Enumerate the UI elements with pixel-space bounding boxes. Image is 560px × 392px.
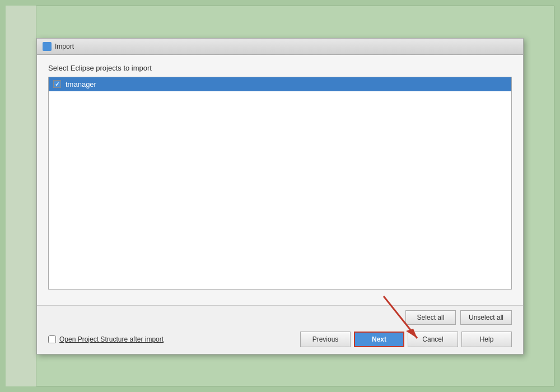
select-all-button[interactable]: Select all	[405, 310, 456, 325]
project-name: tmanager	[66, 80, 96, 88]
dialog-wrapper: Import Select Eclipse projects to import…	[6, 6, 554, 386]
project-checkbox[interactable]	[53, 80, 61, 88]
open-project-row: Open Project Structure after import	[48, 335, 164, 343]
import-dialog: Import Select Eclipse projects to import…	[36, 38, 524, 354]
dialog-titlebar: Import	[37, 39, 523, 55]
dialog-title: Import	[55, 43, 74, 50]
bottom-section: Select all Unselect all Open Project Str…	[37, 305, 523, 354]
section-label: Select Eclipse projects to import	[48, 64, 512, 72]
unselect-all-button[interactable]: Unselect all	[460, 310, 512, 325]
next-button[interactable]: Next	[354, 332, 404, 347]
help-button[interactable]: Help	[461, 332, 512, 347]
dialog-titlebar-icon	[43, 42, 52, 51]
dialog-content: Select Eclipse projects to import tmanag…	[37, 55, 523, 305]
bottom-row: Open Project Structure after import Prev…	[48, 332, 512, 347]
select-buttons-row: Select all Unselect all	[48, 310, 512, 325]
project-item[interactable]: tmanager	[49, 77, 511, 91]
open-project-label[interactable]: Open Project Structure after import	[59, 335, 164, 343]
ide-sidebar	[6, 6, 36, 386]
cancel-button[interactable]: Cancel	[408, 332, 458, 347]
nav-buttons: Previous Next Cancel Help	[300, 332, 512, 347]
previous-button[interactable]: Previous	[300, 332, 351, 347]
open-project-checkbox[interactable]	[48, 335, 56, 343]
project-list[interactable]: tmanager	[48, 77, 512, 290]
